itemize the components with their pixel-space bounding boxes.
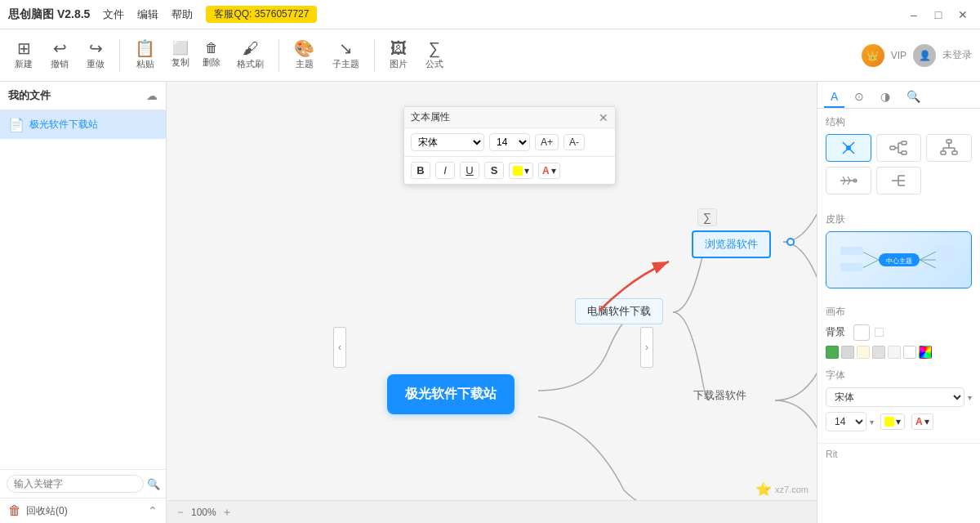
- right-text-color[interactable]: A ▾: [911, 413, 933, 430]
- maximize-button[interactable]: □: [929, 6, 947, 24]
- structure-title: 结构: [826, 115, 972, 129]
- svg-text:中心主题: 中心主题: [886, 257, 912, 265]
- central-node[interactable]: 极光软件下载站: [387, 374, 514, 414]
- paste-button[interactable]: 📋 粘贴: [128, 37, 162, 74]
- sigma-icon[interactable]: ∑: [697, 208, 717, 226]
- palette-color-2[interactable]: [841, 346, 854, 359]
- structure-org[interactable]: [926, 134, 972, 162]
- background-label: 背景: [826, 325, 849, 339]
- svg-rect-37: [936, 255, 959, 263]
- structure-brackets[interactable]: [876, 167, 922, 194]
- formula-icon: ∑: [429, 40, 440, 56]
- right-text-color-arrow: ▾: [924, 416, 929, 427]
- palette-color-6[interactable]: [903, 346, 916, 359]
- menu-help[interactable]: 帮助: [172, 7, 193, 22]
- font-size-minus-button[interactable]: A-: [564, 134, 585, 150]
- svg-rect-42: [840, 263, 863, 271]
- trash-area[interactable]: 🗑 回收站(0) ⌃: [0, 498, 166, 523]
- skin-preview[interactable]: 中心主题: [826, 231, 972, 288]
- background-color-box[interactable]: [853, 324, 870, 341]
- text-bg-color-button[interactable]: ▾: [509, 163, 533, 179]
- tab-clock[interactable]: ⊙: [848, 87, 871, 108]
- svg-line-33: [920, 252, 936, 260]
- tab-format[interactable]: A: [824, 87, 844, 108]
- right-font-size-select[interactable]: 14: [826, 412, 866, 431]
- underline-button[interactable]: U: [460, 162, 479, 179]
- node-handle[interactable]: [786, 238, 795, 246]
- structure-fish[interactable]: [826, 167, 871, 194]
- search-icon: 🔍: [147, 478, 160, 490]
- text-color-button[interactable]: A ▾: [538, 163, 560, 179]
- theme-button[interactable]: 🎨 主题: [287, 37, 321, 74]
- font-name-row: 宋体 ▾: [826, 387, 972, 407]
- child-icon: ↘: [339, 40, 353, 56]
- collapse-left-button[interactable]: ‹: [333, 327, 346, 368]
- text-props-row1: 宋体 14 A+ A-: [404, 128, 615, 157]
- title-bar: 思创脑图 V2.8.5 文件 编辑 帮助 客服QQ: 3576057727 – …: [0, 0, 980, 29]
- close-button[interactable]: ✕: [954, 6, 972, 24]
- sidebar-title: 我的文件: [8, 88, 51, 103]
- downloader-software-node[interactable]: 下载器软件: [693, 388, 746, 403]
- right-font-select[interactable]: 宋体: [826, 387, 964, 407]
- text-color-icon: A: [542, 165, 550, 177]
- file-item[interactable]: 📄 极光软件下载站: [0, 110, 166, 139]
- zoom-in-button[interactable]: ＋: [221, 505, 233, 520]
- structure-tree[interactable]: [876, 134, 922, 162]
- expand-icon[interactable]: ⌃: [148, 504, 158, 517]
- branch1-node[interactable]: 电脑软件下载: [575, 298, 663, 324]
- palette-color-5[interactable]: [888, 346, 901, 359]
- rit-text: Rit: [826, 449, 838, 460]
- format-button[interactable]: 🖌 格式刷: [230, 37, 270, 74]
- new-icon: ⊞: [17, 40, 31, 56]
- canvas-area[interactable]: 文本属性 ✕ 宋体 14 A+ A- B I U S ▾: [167, 82, 817, 523]
- image-button[interactable]: 🖼 图片: [383, 37, 414, 74]
- undo-button[interactable]: ↩ 撤销: [44, 37, 75, 74]
- svg-rect-38: [936, 263, 959, 271]
- svg-line-2: [843, 142, 849, 148]
- formula-button[interactable]: ∑ 公式: [419, 37, 450, 74]
- strikethrough-button[interactable]: S: [484, 162, 504, 179]
- structure-radial[interactable]: [826, 134, 871, 162]
- new-button[interactable]: ⊞ 新建: [8, 37, 39, 74]
- cloud-icon[interactable]: ☁: [146, 89, 158, 102]
- redo-button[interactable]: ↪ 重做: [80, 37, 111, 74]
- palette-color-multi[interactable]: [919, 346, 932, 359]
- structure-grid: [826, 134, 972, 194]
- copy-button[interactable]: ⬜ 复制: [167, 38, 194, 72]
- delete-button[interactable]: 🗑 删除: [198, 38, 225, 72]
- color-dropdown-icon: ▾: [551, 165, 556, 177]
- bg-border-icon[interactable]: □: [875, 324, 884, 341]
- customer-service[interactable]: 客服QQ: 3576057727: [206, 6, 317, 23]
- right-text-a-icon: A: [915, 416, 923, 427]
- palette-color-4[interactable]: [872, 346, 885, 359]
- trash-label: 回收站(0): [26, 504, 68, 518]
- rit-section: Rit: [817, 443, 980, 465]
- sidebar-header: 我的文件 ☁: [0, 82, 166, 110]
- font-size-row: 14 ▾ ▾ A ▾: [826, 412, 972, 431]
- theme-icon: 🎨: [294, 40, 314, 56]
- collapse-right-button[interactable]: ›: [640, 327, 653, 368]
- font-size-select[interactable]: 14: [489, 133, 530, 151]
- text-props-close-button[interactable]: ✕: [599, 111, 608, 124]
- palette-color-3[interactable]: [857, 346, 870, 359]
- minimize-button[interactable]: –: [905, 6, 923, 24]
- dropdown-icon: ▾: [524, 165, 529, 177]
- font-size-plus-button[interactable]: A+: [535, 134, 559, 150]
- vip-badge[interactable]: 👑: [862, 44, 884, 67]
- right-text-bg-color[interactable]: ▾: [880, 413, 905, 430]
- svg-rect-13: [947, 140, 951, 143]
- bold-button[interactable]: B: [411, 162, 430, 179]
- child-topic-button[interactable]: ↘ 子主题: [326, 37, 366, 74]
- zoom-out-button[interactable]: －: [175, 505, 186, 520]
- palette-color-1[interactable]: [826, 346, 839, 359]
- tab-moon[interactable]: ◑: [874, 87, 897, 108]
- browser-software-node[interactable]: 浏览器软件: [692, 230, 771, 258]
- menu-edit[interactable]: 编辑: [137, 7, 158, 22]
- menu-file[interactable]: 文件: [103, 7, 124, 22]
- search-input[interactable]: [7, 475, 144, 493]
- italic-button[interactable]: I: [435, 162, 455, 179]
- tab-search[interactable]: 🔍: [900, 87, 927, 108]
- vip-area: 👑 VIP 👤 未登录: [862, 44, 972, 67]
- user-avatar[interactable]: 👤: [913, 44, 936, 67]
- font-name-select[interactable]: 宋体: [411, 133, 484, 151]
